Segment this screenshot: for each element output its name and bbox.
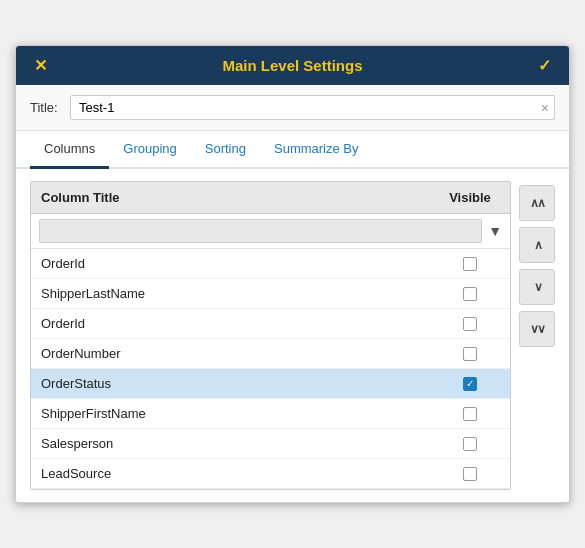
visible-checkbox[interactable] bbox=[463, 407, 477, 421]
dialog-header: ✕ Main Level Settings ✓ bbox=[16, 46, 569, 85]
move-top-button[interactable]: ∧∧ bbox=[519, 185, 555, 221]
table-row[interactable]: OrderNumber bbox=[31, 339, 510, 369]
visible-checkbox[interactable] bbox=[463, 287, 477, 301]
table-row[interactable]: ShipperLastName bbox=[31, 279, 510, 309]
visible-checkbox[interactable] bbox=[463, 437, 477, 451]
column-filter-input[interactable] bbox=[39, 219, 482, 243]
title-clear-button[interactable]: × bbox=[541, 100, 549, 116]
visible-checkbox[interactable] bbox=[463, 467, 477, 481]
tab-summarize-by[interactable]: Summarize By bbox=[260, 131, 373, 169]
main-level-settings-dialog: ✕ Main Level Settings ✓ Title: × Columns… bbox=[15, 45, 570, 503]
table-row[interactable]: ShipperFirstName bbox=[31, 399, 510, 429]
title-row: Title: × bbox=[16, 85, 569, 131]
row-title: OrderNumber bbox=[31, 339, 430, 368]
row-visible-cell bbox=[430, 347, 510, 361]
title-input[interactable] bbox=[70, 95, 555, 120]
row-visible-cell bbox=[430, 287, 510, 301]
title-input-wrap: × bbox=[70, 95, 555, 120]
row-title: ShipperFirstName bbox=[31, 399, 430, 428]
table-row[interactable]: OrderStatus✓ bbox=[31, 369, 510, 399]
row-visible-cell bbox=[430, 437, 510, 451]
filter-icon: ▼ bbox=[488, 223, 502, 239]
row-visible-cell bbox=[430, 257, 510, 271]
visible-checkbox[interactable] bbox=[463, 257, 477, 271]
row-title: OrderStatus bbox=[31, 369, 430, 398]
visible-checkbox[interactable] bbox=[463, 317, 477, 331]
row-title: Salesperson bbox=[31, 429, 430, 458]
close-button[interactable]: ✕ bbox=[30, 56, 51, 75]
confirm-button[interactable]: ✓ bbox=[534, 56, 555, 75]
columns-table: Column Title Visible ▼ OrderIdShipperLas… bbox=[30, 181, 511, 490]
row-title: LeadSource bbox=[31, 459, 430, 488]
dialog-title: Main Level Settings bbox=[51, 57, 534, 74]
tab-sorting[interactable]: Sorting bbox=[191, 131, 260, 169]
move-up-button[interactable]: ∧ bbox=[519, 227, 555, 263]
move-down-button[interactable]: ∨ bbox=[519, 269, 555, 305]
row-title: OrderId bbox=[31, 309, 430, 338]
table-row[interactable]: Salesperson bbox=[31, 429, 510, 459]
col-header-visible: Visible bbox=[430, 182, 510, 213]
tab-columns[interactable]: Columns bbox=[30, 131, 109, 169]
table-header: Column Title Visible bbox=[31, 182, 510, 214]
row-visible-cell bbox=[430, 467, 510, 481]
table-body[interactable]: OrderIdShipperLastNameOrderIdOrderNumber… bbox=[31, 249, 510, 489]
table-row[interactable]: OrderId bbox=[31, 309, 510, 339]
row-title: ShipperLastName bbox=[31, 279, 430, 308]
title-label: Title: bbox=[30, 100, 62, 115]
row-visible-cell bbox=[430, 317, 510, 331]
table-row[interactable]: LeadSource bbox=[31, 459, 510, 489]
row-title: OrderId bbox=[31, 249, 430, 278]
tabs-bar: Columns Grouping Sorting Summarize By bbox=[16, 131, 569, 169]
row-visible-cell: ✓ bbox=[430, 377, 510, 391]
visible-checkbox[interactable] bbox=[463, 347, 477, 361]
col-header-title: Column Title bbox=[31, 182, 430, 213]
visible-checkbox[interactable]: ✓ bbox=[463, 377, 477, 391]
tab-grouping[interactable]: Grouping bbox=[109, 131, 190, 169]
side-buttons: ∧∧ ∧ ∨ ∨∨ bbox=[519, 181, 555, 490]
row-visible-cell bbox=[430, 407, 510, 421]
content-area: Column Title Visible ▼ OrderIdShipperLas… bbox=[16, 169, 569, 502]
table-row[interactable]: OrderId bbox=[31, 249, 510, 279]
move-bottom-button[interactable]: ∨∨ bbox=[519, 311, 555, 347]
filter-row: ▼ bbox=[31, 214, 510, 249]
